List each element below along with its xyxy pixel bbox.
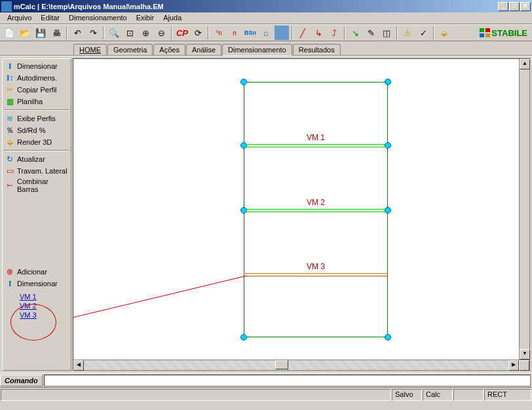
dimensionar-icon: 𝐈 (5, 61, 15, 71)
redo-icon[interactable]: ↷ (86, 26, 100, 40)
command-input[interactable] (44, 375, 531, 386)
scroll-left-icon[interactable]: ◀ (73, 360, 84, 371)
minimize-button[interactable]: _ (498, 2, 508, 11)
fill-icon[interactable] (275, 26, 289, 40)
tab-acoes[interactable]: Ações (153, 44, 185, 55)
tab-home[interactable]: HOME (73, 44, 107, 55)
menu-dimensionamento[interactable]: Dimensionamento (64, 13, 132, 23)
status-salvo: Salvo (392, 389, 422, 401)
house-icon[interactable]: ⌂ (259, 26, 273, 40)
maximize-button[interactable]: □ (509, 2, 520, 11)
menu-bar: Arquivo Editar Dimensionamento Exibir Aj… (0, 12, 532, 24)
svg-rect-2 (480, 33, 484, 37)
scroll-right-icon[interactable]: ▶ (508, 360, 519, 371)
travam-icon: ▭ (5, 166, 15, 176)
n-button[interactable]: n (227, 26, 242, 40)
sidebar-planilha[interactable]: ▦Planilha (4, 96, 69, 107)
node[interactable] (240, 207, 247, 214)
canvas-container: VM 1 VM 2 VM 3 ▲ ▼ ◀ ▶ (73, 58, 530, 371)
bsn-button[interactable]: BSn (243, 26, 257, 40)
node[interactable] (385, 334, 391, 341)
svg-rect-1 (485, 28, 490, 32)
tab-dimensionamento[interactable]: Dimensionamento (222, 44, 292, 56)
sdrd-icon: ％ (5, 125, 15, 136)
horizontal-scrollbar[interactable]: ◀ ▶ (73, 360, 529, 370)
beam-vm2[interactable] (244, 209, 388, 212)
sidebar-sdrd[interactable]: ％Sd/Rd % (4, 124, 69, 136)
open-icon[interactable]: 📂 (18, 26, 32, 40)
zoom-in-icon[interactable]: ⊕ (138, 26, 153, 40)
line3-icon[interactable]: ⤴ (327, 26, 341, 40)
drawing-canvas[interactable]: VM 1 VM 2 VM 3 (73, 59, 529, 360)
adicionar-icon: ⊕ (5, 267, 15, 277)
sidebar-travam[interactable]: ▭Travam. Lateral (4, 165, 69, 177)
zoom-window-icon[interactable]: ⊡ (123, 26, 137, 40)
beam-vm3[interactable] (244, 273, 388, 276)
axis-icon[interactable]: ↘ (348, 26, 362, 40)
vertical-scrollbar[interactable]: ▲ ▼ (519, 59, 529, 360)
node[interactable] (385, 142, 391, 149)
print-icon[interactable]: 🖶 (49, 26, 64, 40)
sidebar-atualizar[interactable]: ↻Atualizar (4, 153, 69, 165)
menu-editar[interactable]: Editar (36, 13, 64, 23)
sidebar: 𝐈Dimensionar 𝐈↕Autodimens. ✂Copiar Perfi… (2, 58, 71, 371)
line2-icon[interactable]: ↳ (311, 26, 326, 40)
main-toolbar: 📄 📂 💾 🖶 ↶ ↷ 🔍 ⊡ ⊕ ⊖ CP ⟳ °n n BSn ⌂ ╱ ↳ … (0, 24, 532, 41)
beam-vm1[interactable] (244, 144, 388, 147)
sidebar-combinar[interactable]: ⤚Combinar Barras (4, 177, 69, 194)
sidebar-dimensionar2[interactable]: 𝐈Dimensionar (4, 278, 69, 289)
eraser-icon[interactable]: ◫ (379, 26, 394, 40)
tab-analise[interactable]: Análise (186, 44, 221, 55)
node[interactable] (385, 207, 391, 214)
menu-ajuda[interactable]: Ajuda (159, 13, 186, 23)
node[interactable] (385, 79, 391, 85)
scroll-thumb[interactable] (275, 360, 288, 369)
cp-button[interactable]: CP (175, 26, 189, 40)
refresh-icon[interactable]: ⟳ (191, 26, 205, 40)
combinar-icon: ⤚ (5, 180, 15, 191)
tab-geometria[interactable]: Geometria (107, 44, 153, 55)
sidebar-dimensionar[interactable]: 𝐈Dimensionar (4, 60, 69, 72)
render3d-icon: ⬙ (5, 137, 15, 147)
atualizar-icon: ↻ (5, 154, 15, 164)
sidebar-adicionar[interactable]: ⊕Adicionar (4, 266, 69, 278)
check-icon[interactable]: ✓ (416, 26, 430, 40)
perfis-icon: ≋ (5, 113, 15, 124)
zoom-out-icon[interactable]: ⊖ (154, 26, 168, 40)
link-vm3[interactable]: VM 3 (4, 310, 69, 320)
node[interactable] (240, 142, 247, 149)
command-label: Comando (0, 375, 43, 386)
scroll-up-icon[interactable]: ▲ (520, 59, 530, 69)
copiar-icon: ✂ (5, 84, 15, 95)
sidebar-render3d[interactable]: ⬙Render 3D (4, 136, 69, 148)
status-bar: Salvo Calc RECT (0, 387, 532, 401)
scroll-down-icon[interactable]: ▼ (520, 349, 530, 360)
line1-icon[interactable]: ╱ (295, 26, 310, 40)
save-icon[interactable]: 💾 (33, 26, 48, 40)
status-rect: RECT (484, 389, 531, 401)
brand-logo: STABILE (477, 28, 530, 38)
app-icon (1, 1, 12, 12)
pencil-icon[interactable]: ✎ (364, 26, 378, 40)
close-button[interactable]: ✕ (520, 2, 531, 11)
undo-icon[interactable]: ↶ (70, 26, 85, 40)
sidebar-autodimens[interactable]: 𝐈↕Autodimens. (4, 72, 69, 84)
sidebar-copiar-perfil[interactable]: ✂Copiar Perfil (4, 84, 69, 96)
warning-icon[interactable]: ⚠ (400, 26, 415, 40)
node-n-button[interactable]: °n (212, 26, 226, 40)
menu-exibir[interactable]: Exibir (132, 13, 159, 23)
link-vm1[interactable]: VM 1 (4, 292, 69, 301)
window-titlebar: mCalc | E:\temp\Arquivos Manual\malha.EM… (0, 0, 532, 12)
sidebar-exibe-perfis[interactable]: ≋Exibe Perfis (4, 113, 69, 124)
tab-resultados[interactable]: Resultados (293, 44, 341, 55)
window-title: mCalc | E:\temp\Arquivos Manual\malha.EM (14, 3, 164, 10)
node[interactable] (240, 334, 247, 341)
render-icon[interactable]: ⬙ (437, 26, 451, 40)
zoom-extents-icon[interactable]: 🔍 (107, 26, 121, 40)
node[interactable] (240, 79, 247, 85)
link-vm2[interactable]: VM 2 (4, 301, 69, 310)
annotation-line (73, 276, 247, 323)
new-icon[interactable]: 📄 (2, 26, 16, 40)
status-blank (453, 389, 484, 401)
menu-arquivo[interactable]: Arquivo (3, 13, 36, 23)
